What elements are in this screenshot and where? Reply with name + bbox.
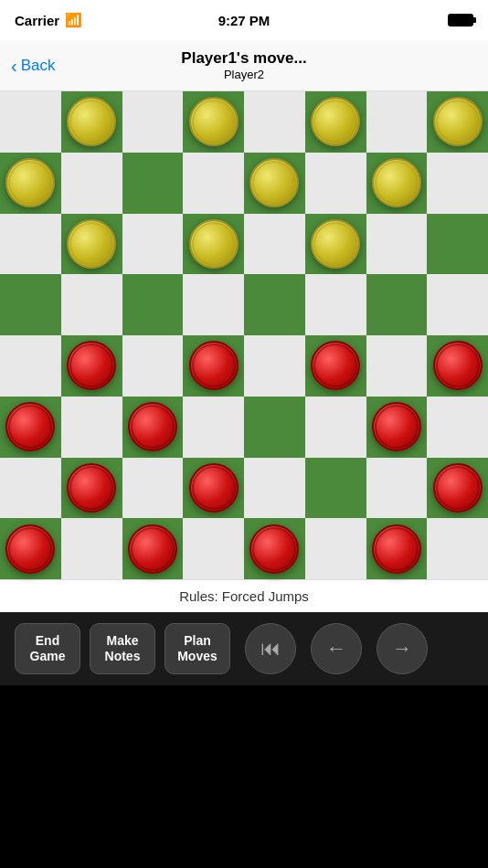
cell-5-3[interactable] <box>183 397 244 458</box>
cell-3-3[interactable] <box>183 274 244 335</box>
cell-5-4[interactable] <box>244 397 305 458</box>
cell-0-0[interactable] <box>0 91 61 153</box>
cell-1-4[interactable] <box>244 153 305 214</box>
cell-1-0[interactable] <box>0 153 61 214</box>
piece-red-6-3[interactable] <box>189 463 239 513</box>
cell-0-6[interactable] <box>366 91 428 153</box>
cell-5-2[interactable] <box>122 397 184 458</box>
cell-0-7[interactable] <box>427 91 488 153</box>
forward-nav-button[interactable]: → <box>377 623 428 674</box>
cell-2-7[interactable] <box>427 214 488 275</box>
piece-red-6-7[interactable] <box>433 463 483 513</box>
cell-3-1[interactable] <box>61 274 122 335</box>
cell-4-7[interactable] <box>427 335 488 397</box>
end-game-button[interactable]: EndGame <box>15 623 80 674</box>
cell-1-6[interactable] <box>366 153 428 214</box>
cell-2-4[interactable] <box>244 214 305 275</box>
cell-2-3[interactable] <box>183 214 244 275</box>
cell-6-6[interactable] <box>366 458 428 519</box>
cell-7-2[interactable] <box>122 518 184 579</box>
cell-4-6[interactable] <box>366 335 428 397</box>
cell-6-5[interactable] <box>305 458 366 519</box>
cell-2-1[interactable] <box>61 214 122 275</box>
piece-yellow-1-6[interactable] <box>372 158 421 207</box>
cell-6-2[interactable] <box>122 458 184 519</box>
piece-yellow-0-3[interactable] <box>189 97 239 146</box>
cell-5-6[interactable] <box>366 397 428 458</box>
back-button[interactable]: ‹ Back <box>11 55 55 76</box>
make-notes-button[interactable]: MakeNotes <box>90 623 155 674</box>
status-left: Carrier 📶 <box>15 12 82 28</box>
piece-red-4-7[interactable] <box>433 341 483 390</box>
piece-red-7-6[interactable] <box>372 524 421 574</box>
cell-2-0[interactable] <box>0 214 61 275</box>
piece-red-7-4[interactable] <box>249 524 299 574</box>
cell-4-1[interactable] <box>61 335 122 397</box>
piece-red-5-6[interactable] <box>372 402 421 451</box>
cell-7-6[interactable] <box>366 518 428 579</box>
cell-3-4[interactable] <box>244 274 305 335</box>
piece-yellow-2-3[interactable] <box>189 219 239 269</box>
cell-2-2[interactable] <box>122 214 184 275</box>
cell-0-5[interactable] <box>305 91 366 153</box>
piece-red-5-0[interactable] <box>5 402 55 451</box>
piece-red-6-1[interactable] <box>67 463 116 513</box>
cell-7-5[interactable] <box>305 518 366 579</box>
cell-1-3[interactable] <box>183 153 244 214</box>
skip-back-button[interactable]: ⏮ <box>245 623 296 674</box>
piece-yellow-0-5[interactable] <box>311 97 360 146</box>
cell-2-6[interactable] <box>366 214 428 275</box>
piece-red-5-2[interactable] <box>128 402 177 451</box>
cell-7-7[interactable] <box>427 518 488 579</box>
cell-6-1[interactable] <box>61 458 122 519</box>
cell-4-5[interactable] <box>305 335 366 397</box>
cell-4-2[interactable] <box>122 335 184 397</box>
piece-yellow-1-0[interactable] <box>5 158 55 207</box>
piece-red-7-2[interactable] <box>128 524 177 574</box>
cell-1-7[interactable] <box>427 153 488 214</box>
checkerboard[interactable] <box>0 91 488 579</box>
cell-0-3[interactable] <box>183 91 244 153</box>
cell-5-0[interactable] <box>0 397 61 458</box>
bottom-area <box>0 685 488 868</box>
cell-1-5[interactable] <box>305 153 366 214</box>
cell-7-4[interactable] <box>244 518 305 579</box>
piece-yellow-0-1[interactable] <box>67 97 116 146</box>
piece-yellow-0-7[interactable] <box>433 97 483 146</box>
cell-4-4[interactable] <box>244 335 305 397</box>
cell-0-2[interactable] <box>122 91 184 153</box>
nav-subtitle: Player2 <box>224 68 264 81</box>
cell-6-3[interactable] <box>183 458 244 519</box>
skip-back-icon: ⏮ <box>260 637 281 661</box>
piece-yellow-2-5[interactable] <box>311 219 360 269</box>
cell-6-7[interactable] <box>427 458 488 519</box>
cell-3-6[interactable] <box>366 274 428 335</box>
cell-0-1[interactable] <box>61 91 122 153</box>
cell-5-5[interactable] <box>305 397 366 458</box>
cell-5-7[interactable] <box>427 397 488 458</box>
piece-red-4-3[interactable] <box>189 341 239 390</box>
piece-yellow-1-4[interactable] <box>249 158 299 207</box>
cell-3-2[interactable] <box>122 274 184 335</box>
cell-3-7[interactable] <box>427 274 488 335</box>
plan-moves-button[interactable]: PlanMoves <box>164 623 230 674</box>
cell-1-2[interactable] <box>122 153 184 214</box>
cell-5-1[interactable] <box>61 397 122 458</box>
cell-7-3[interactable] <box>183 518 244 579</box>
piece-red-4-5[interactable] <box>311 341 360 390</box>
cell-4-0[interactable] <box>0 335 61 397</box>
cell-7-1[interactable] <box>61 518 122 579</box>
cell-7-0[interactable] <box>0 518 61 579</box>
piece-red-7-0[interactable] <box>5 524 55 574</box>
piece-yellow-2-1[interactable] <box>67 219 116 269</box>
piece-red-4-1[interactable] <box>67 341 116 390</box>
cell-1-1[interactable] <box>61 153 122 214</box>
cell-6-4[interactable] <box>244 458 305 519</box>
cell-3-5[interactable] <box>305 274 366 335</box>
cell-2-5[interactable] <box>305 214 366 275</box>
cell-3-0[interactable] <box>0 274 61 335</box>
cell-6-0[interactable] <box>0 458 61 519</box>
cell-4-3[interactable] <box>183 335 244 397</box>
back-nav-button[interactable]: ← <box>311 623 362 674</box>
cell-0-4[interactable] <box>244 91 305 153</box>
